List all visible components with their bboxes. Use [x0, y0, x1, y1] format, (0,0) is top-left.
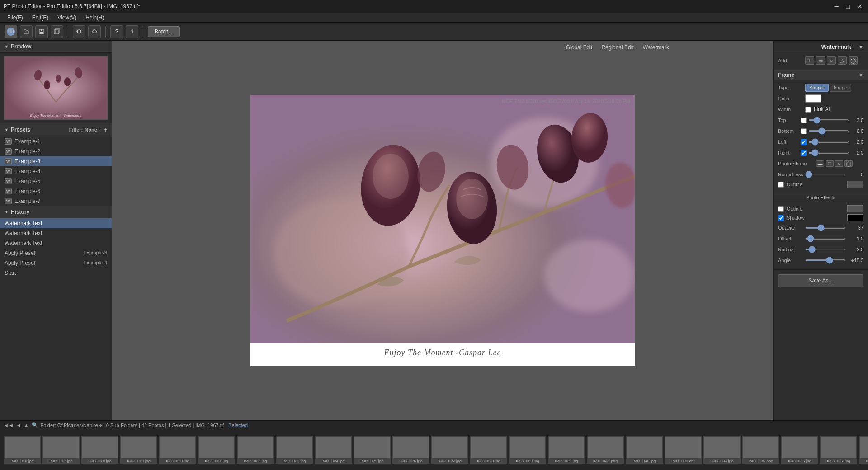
add-text-button[interactable]: T	[805, 56, 814, 65]
film-thumb-6[interactable]: IMG_022.jpg	[237, 436, 274, 464]
save-all-button[interactable]	[51, 25, 63, 38]
preset-item-example3[interactable]: W Example-3	[0, 156, 112, 166]
film-thumb-22[interactable]: IMG_038.jpg	[859, 436, 868, 464]
minimize-button[interactable]: ─	[833, 3, 841, 10]
film-thumb-20[interactable]: IMG_036.jpg	[781, 436, 818, 464]
shape-square-button[interactable]: □	[826, 160, 834, 167]
close-button[interactable]: ✕	[855, 3, 864, 10]
radius-slider[interactable]	[805, 249, 846, 250]
preset-item-example6[interactable]: W Example-6	[0, 186, 112, 196]
film-thumb-9[interactable]: IMG_025.jpg	[354, 436, 391, 464]
save-as-button[interactable]: Save As...	[778, 274, 863, 287]
offset-slider[interactable]	[805, 238, 846, 240]
color-swatch[interactable]	[805, 94, 821, 103]
top-checkbox[interactable]	[801, 118, 807, 123]
film-thumb-1[interactable]: IMG_017.jpg	[42, 436, 80, 464]
film-thumb-0[interactable]: IMG_016.jpg	[4, 436, 41, 464]
menu-help[interactable]: Help(H)	[81, 14, 108, 21]
film-thumb-10[interactable]: IMG_026.jpg	[392, 436, 429, 464]
add-ellipse-button[interactable]: ◯	[849, 56, 858, 65]
left-slider[interactable]	[808, 141, 849, 143]
watermark-panel-dropdown-icon[interactable]: ▼	[859, 44, 863, 50]
help-button[interactable]: ?	[110, 25, 123, 38]
film-thumb-4[interactable]: IMG_020.jpg	[159, 436, 196, 464]
redo-button[interactable]	[88, 25, 101, 38]
film-thumb-11[interactable]: IMG_027.jpg	[431, 436, 468, 464]
history-header[interactable]: ▼ History	[0, 206, 112, 218]
preset-item-example1[interactable]: W Example-1	[0, 136, 112, 146]
left-checkbox[interactable]	[801, 139, 807, 145]
history-item-6[interactable]: Start	[0, 268, 112, 278]
tab-global-edit[interactable]: Global Edit	[566, 44, 593, 51]
search-icon[interactable]: 🔍	[32, 422, 38, 428]
history-item-1[interactable]: Watermark Text	[0, 218, 112, 228]
right-checkbox[interactable]	[801, 150, 807, 156]
bottom-checkbox[interactable]	[801, 128, 807, 134]
filter-value[interactable]: None	[85, 127, 97, 132]
canvas-scroll[interactable]: ILCE-7M2 1/320 sec ISO-3200 // Apr 14, 2…	[112, 41, 773, 420]
add-triangle-button[interactable]: △	[838, 56, 847, 65]
film-thumb-15[interactable]: IMG_031.png	[587, 436, 624, 464]
filter-dropdown-icon[interactable]: ÷	[99, 127, 102, 132]
add-circle-button[interactable]: ○	[827, 56, 836, 65]
tab-regional-edit[interactable]: Regional Edit	[601, 44, 633, 51]
shadow-checkbox[interactable]	[778, 215, 784, 221]
tab-watermark[interactable]: Watermark	[643, 44, 669, 51]
preset-item-example5[interactable]: W Example-5	[0, 176, 112, 186]
shape-ellipse-button[interactable]: ◯	[844, 160, 853, 167]
outline-checkbox[interactable]	[778, 182, 784, 188]
frame-dropdown-icon[interactable]: ▼	[859, 72, 863, 78]
info-button[interactable]: ℹ	[126, 25, 138, 38]
add-rect-button[interactable]: ▭	[816, 56, 825, 65]
opacity-slider[interactable]	[805, 227, 846, 229]
right-slider[interactable]	[808, 152, 849, 154]
type-image-button[interactable]: Image	[830, 84, 852, 92]
film-thumb-2[interactable]: IMG_018.jpg	[81, 436, 118, 464]
preset-item-example7[interactable]: W Example-7	[0, 196, 112, 206]
history-item-3[interactable]: Watermark Text	[0, 238, 112, 248]
film-thumb-19[interactable]: IMG_035.png	[742, 436, 779, 464]
nav-back-btn[interactable]: ◄◄	[4, 423, 14, 428]
presets-header[interactable]: ▼ Presets Filter: None ÷ +	[0, 123, 112, 136]
preset-item-example4[interactable]: W Example-4	[0, 166, 112, 176]
film-thumb-13[interactable]: IMG_029.jpg	[509, 436, 546, 464]
effects-outline-checkbox[interactable]	[778, 206, 784, 212]
save-button[interactable]	[35, 25, 48, 38]
history-item-4[interactable]: Apply Preset Example-3	[0, 248, 112, 258]
effects-outline-swatch[interactable]	[847, 205, 863, 212]
top-slider[interactable]	[808, 119, 849, 121]
outline-swatch[interactable]	[847, 181, 863, 188]
angle-slider[interactable]	[805, 259, 846, 261]
film-thumb-8[interactable]: IMG_024.jpg	[315, 436, 352, 464]
film-thumb-14[interactable]: IMG_030.jpg	[548, 436, 585, 464]
film-thumb-16[interactable]: IMG_032.jpg	[626, 436, 663, 464]
shape-circle-button[interactable]: ○	[835, 160, 843, 167]
history-item-2[interactable]: Watermark Text	[0, 228, 112, 238]
menu-file[interactable]: File(F)	[3, 14, 28, 21]
bottom-slider[interactable]	[808, 130, 849, 132]
preset-item-example2[interactable]: W Example-2	[0, 146, 112, 156]
history-item-5[interactable]: Apply Preset Example-4	[0, 258, 112, 268]
film-thumb-5[interactable]: IMG_021.jpg	[198, 436, 235, 464]
nav-prev-btn[interactable]: ◄	[16, 423, 21, 428]
preview-header[interactable]: ▼ Preview	[0, 41, 112, 53]
film-thumb-18[interactable]: IMG_034.jpg	[703, 436, 741, 464]
film-thumb-21[interactable]: IMG_037.jpg	[820, 436, 857, 464]
film-thumb-17[interactable]: IMG_033.cr2	[665, 436, 702, 464]
shape-rect-button[interactable]: ▬	[816, 160, 824, 167]
menu-edit[interactable]: Edit(E)	[28, 14, 53, 21]
film-thumb-7[interactable]: IMG_023.jpg	[276, 436, 313, 464]
batch-button[interactable]: Batch...	[148, 26, 180, 37]
open-button[interactable]	[20, 25, 33, 38]
type-simple-button[interactable]: Simple	[805, 84, 829, 92]
nav-up-btn[interactable]: ▲	[24, 423, 29, 428]
film-thumb-12[interactable]: IMG_028.jpg	[470, 436, 507, 464]
film-thumb-3[interactable]: IMG_019.jpg	[120, 436, 157, 464]
shadow-swatch[interactable]	[847, 214, 863, 221]
add-preset-icon[interactable]: +	[104, 126, 107, 133]
undo-button[interactable]	[73, 25, 85, 38]
link-all-checkbox[interactable]	[805, 107, 811, 113]
menu-view[interactable]: View(V)	[53, 14, 81, 21]
roundness-slider[interactable]	[805, 174, 846, 175]
maximize-button[interactable]: □	[844, 3, 852, 10]
